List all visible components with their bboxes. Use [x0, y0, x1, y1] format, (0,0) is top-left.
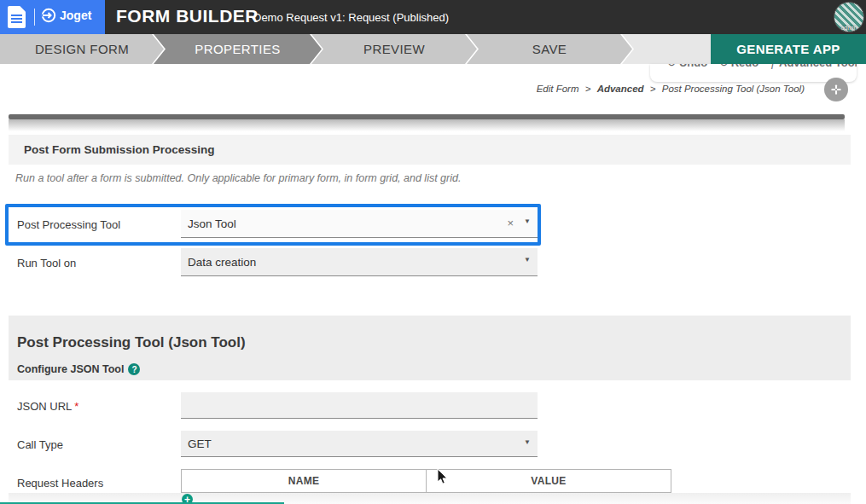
joget-logo-icon — [41, 8, 56, 23]
add-plus-button[interactable] — [824, 78, 848, 101]
top-bar: Joget FORM BUILDER Demo Request v1: Requ… — [0, 0, 866, 34]
required-asterisk: * — [74, 400, 78, 413]
advanced-tools-button[interactable]: Advanced Tools — [779, 64, 857, 69]
function-icon: ƒ — [770, 64, 776, 69]
mouse-cursor — [435, 468, 450, 485]
nav-spacer — [622, 34, 711, 64]
page-title: FORM BUILDER — [116, 6, 259, 26]
tool-config-subtitle-row: Configure JSON Tool ? — [17, 363, 140, 375]
tab-design-form[interactable]: DESIGN FORM — [0, 34, 164, 64]
logo-block[interactable]: Joget — [0, 0, 105, 34]
avatar-label: admin — [834, 25, 863, 31]
chevron-down-icon[interactable]: ▼ — [524, 256, 531, 264]
breadcrumb-advanced[interactable]: Advanced — [597, 84, 644, 94]
tab-properties-label: PROPERTIES — [195, 42, 280, 56]
generate-app-button[interactable]: GENERATE APP — [711, 34, 866, 64]
json-url-label: JSON URL* — [17, 400, 78, 413]
post-processing-tool-select[interactable]: Json Tool × ▼ — [181, 210, 538, 238]
tab-preview[interactable]: PREVIEW — [311, 34, 477, 64]
breadcrumb-current: Post Processing Tool (Json Tool) — [662, 84, 805, 94]
run-tool-on-label: Run Tool on — [17, 257, 76, 269]
joget-logo[interactable]: Joget — [41, 8, 91, 23]
redo-icon: ↻ — [719, 64, 729, 69]
json-url-input[interactable] — [181, 392, 538, 419]
request-headers-label: Request Headers — [17, 477, 103, 490]
clear-selection-icon[interactable]: × — [507, 217, 514, 229]
section-title: Post Form Submission Processing — [24, 143, 215, 156]
breadcrumb-separator: > — [650, 84, 656, 94]
panel-top-shadow — [9, 119, 845, 131]
joget-brand-text: Joget — [60, 9, 91, 22]
floating-toolbar-clipped[interactable]: ↺Undo ↻Redo ƒAdvanced Tools — [650, 64, 857, 82]
column-header-value: VALUE — [426, 470, 671, 492]
breadcrumb-separator: > — [585, 84, 591, 94]
tab-properties[interactable]: PROPERTIES — [154, 34, 322, 64]
help-icon[interactable]: ? — [128, 363, 140, 375]
tab-design-form-label: DESIGN FORM — [35, 42, 129, 56]
post-processing-tool-value: Json Tool — [188, 217, 236, 230]
breadcrumb: Edit Form > Advanced > Post Processing T… — [537, 84, 805, 94]
redo-button[interactable]: Redo — [731, 64, 759, 69]
call-type-value: GET — [188, 437, 212, 450]
call-type-label: Call Type — [17, 438, 63, 451]
run-tool-on-value: Data creation — [188, 256, 256, 269]
tab-save-label: SAVE — [532, 42, 567, 56]
call-type-select[interactable]: GET ▼ — [181, 431, 538, 457]
column-header-name: NAME — [182, 470, 426, 492]
divider — [34, 9, 35, 26]
breadcrumb-edit-form[interactable]: Edit Form — [537, 84, 579, 94]
chevron-down-icon[interactable]: ▼ — [524, 217, 531, 225]
step-nav: DESIGN FORM PROPERTIES PREVIEW SAVE GENE… — [0, 34, 866, 64]
section-header-post-form-submission: Post Form Submission Processing — [9, 135, 851, 165]
avatar[interactable]: admin — [834, 2, 864, 32]
post-processing-tool-label: Post Processing Tool — [17, 218, 120, 231]
section-header-tool-config: Post Processing Tool (Json Tool) Configu… — [9, 316, 851, 380]
tool-config-subtitle: Configure JSON Tool — [17, 363, 124, 375]
tab-preview-label: PREVIEW — [363, 42, 425, 56]
generate-app-label: GENERATE APP — [736, 42, 840, 56]
tab-save[interactable]: SAVE — [467, 34, 632, 64]
plus-icon — [828, 82, 844, 97]
run-tool-on-select[interactable]: Data creation ▼ — [181, 248, 538, 276]
page-subtitle: Demo Request v1: Request (Published) — [253, 11, 449, 24]
undo-button[interactable]: Undo — [679, 64, 707, 69]
document-icon — [8, 6, 26, 28]
json-url-label-text: JSON URL — [17, 400, 72, 413]
request-headers-table: NAME VALUE — [181, 469, 671, 493]
tool-config-title: Post Processing Tool (Json Tool) — [17, 334, 246, 351]
chevron-down-icon[interactable]: ▼ — [524, 438, 531, 446]
section-description: Run a tool after a form is submitted. On… — [15, 172, 461, 184]
form-builder-screen: Joget FORM BUILDER Demo Request v1: Requ… — [0, 0, 866, 504]
undo-icon: ↺ — [667, 64, 677, 69]
